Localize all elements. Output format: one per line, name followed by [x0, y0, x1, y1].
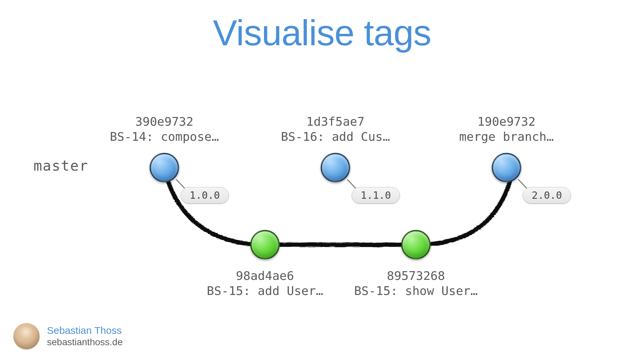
commit-msg: merge branch…	[459, 129, 554, 144]
author-footer: Sebastian Thoss sebastianthoss.de	[13, 323, 123, 349]
tag-pill-c3: 2.0.0	[523, 187, 571, 203]
commit-label-c2: 1d3f5ae7 BS-16: add Cus…	[281, 114, 390, 144]
commit-label-c3: 190e9732 merge branch…	[459, 114, 554, 144]
commit-label-c1: 390e9732 BS-14: compose…	[110, 114, 219, 144]
commit-hash: 190e9732	[459, 114, 554, 129]
commit-hash: 89573268	[354, 268, 478, 283]
author-name: Sebastian Thoss	[47, 325, 123, 336]
commit-node-c1	[150, 153, 179, 182]
git-graph	[0, 0, 644, 362]
commit-label-c4: 98ad4ae6 BS-15: add User…	[207, 268, 323, 298]
author-site: sebastianthoss.de	[47, 337, 123, 348]
branch-label-master: master	[34, 158, 89, 174]
tag-pill-c2: 1.1.0	[352, 187, 400, 203]
commit-node-c3	[492, 153, 521, 182]
commit-msg: BS-16: add Cus…	[281, 129, 390, 144]
avatar	[13, 323, 40, 349]
commit-msg: BS-14: compose…	[110, 129, 219, 144]
commit-msg: BS-15: show User…	[354, 283, 478, 298]
slide-title: Visualise tags	[0, 12, 644, 54]
commit-node-c5	[401, 230, 431, 259]
commit-hash: 1d3f5ae7	[281, 114, 390, 129]
commit-node-c4	[250, 230, 280, 259]
commit-hash: 98ad4ae6	[207, 268, 323, 283]
commit-msg: BS-15: add User…	[207, 283, 323, 298]
commit-hash: 390e9732	[110, 114, 219, 129]
commit-label-c5: 89573268 BS-15: show User…	[354, 268, 478, 298]
tag-pill-c1: 1.0.0	[180, 187, 229, 203]
commit-node-c2	[321, 153, 350, 182]
